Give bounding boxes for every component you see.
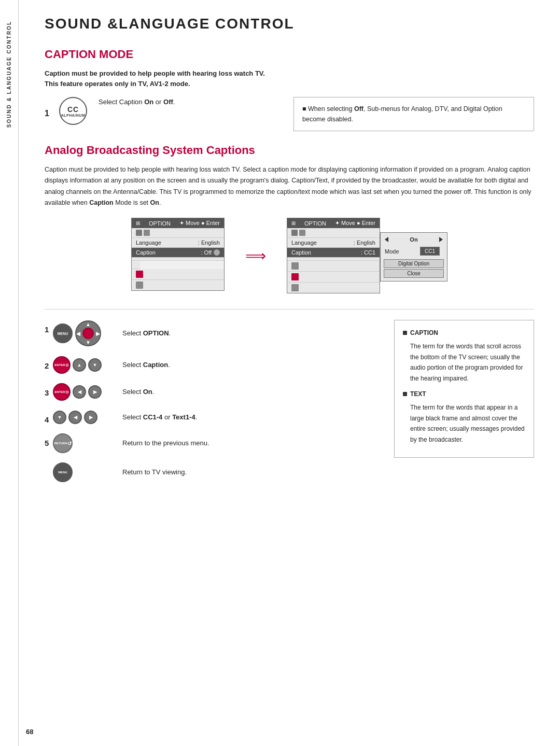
osd-right-box: ⊞ OPTION ✦ Move ● Enter La — [287, 218, 380, 293]
close-btn[interactable]: Close — [384, 269, 444, 278]
osd-left-icon-row2 — [132, 269, 224, 280]
page-title: SOUND &LANGUAGE CONTROL — [45, 16, 534, 32]
step3-btn-pair: ◀ ▶ — [73, 385, 102, 399]
osd-right-header: ⊞ OPTION ✦ Move ● Enter — [287, 218, 380, 228]
osd-left: ⊞ OPTION ✦ Move ● Enter La — [131, 218, 225, 291]
return-button[interactable]: RETURN ↺ — [53, 433, 73, 453]
osd-container: ⊞ OPTION ✦ Move ● Enter La — [45, 218, 534, 293]
step4-icons: ▼ ◀ ▶ — [53, 411, 115, 424]
sidebar: SOUND & LANGUAGE CONTROL — [0, 0, 19, 746]
osd-right-row-icons — [287, 228, 380, 238]
cc-small-label: ALPHA/NUM — [61, 114, 86, 117]
caption-mode-row: 1 CC ALPHA/NUM Select Caption On or Off.… — [45, 97, 534, 131]
section1-title: CAPTION MODE — [45, 48, 534, 61]
osd-left-icon-row1 — [132, 261, 140, 269]
step4-badge: 4 — [45, 415, 53, 424]
osd-right-icon: ⊞ — [291, 220, 296, 226]
osd-right-icon-row1 — [287, 261, 380, 272]
osd-right-title: OPTION — [304, 220, 326, 227]
left-btn3[interactable]: ◀ — [73, 385, 86, 399]
step2-badge: 2 — [45, 361, 53, 370]
dpad-down: ▼ — [86, 340, 91, 345]
down-btn2[interactable]: ▼ — [88, 358, 102, 372]
osd-left-icon: ⊞ — [136, 220, 140, 226]
osd-left-language-row: Language : English — [132, 238, 224, 248]
tri-left-icon — [385, 237, 388, 242]
step3-container: 3 ENTER ⊙ ◀ ▶ Select On. — [45, 383, 379, 401]
osd-right-icon-row3 — [287, 283, 380, 293]
up-btn2[interactable]: ▲ — [73, 358, 86, 372]
right-btn4[interactable]: ▶ — [84, 411, 97, 424]
dpad-up: ▲ — [86, 321, 91, 327]
caption-step-left: 1 CC ALPHA/NUM Select Caption On or Off. — [45, 97, 268, 125]
osd-right-caption-row: Caption : CC1 — [287, 248, 380, 258]
down-btn4[interactable]: ▼ — [53, 411, 66, 424]
menu-button[interactable]: MENU — [53, 323, 73, 343]
osd-left-box: ⊞ OPTION ✦ Move ● Enter La — [131, 218, 225, 291]
step6-text: Return to TV viewing. — [122, 467, 187, 477]
osd-left-row-icons — [132, 228, 224, 238]
osd-left-controls: ✦ Move ● Enter — [179, 220, 220, 227]
notes-col: CAPTION The term for the words that scro… — [379, 320, 534, 458]
osd-left-icon-row3 — [132, 280, 224, 290]
sub-popup-mode-row: Mode CC1 — [381, 244, 447, 258]
step1-container: 1 MENU ▲ ▼ ◀ ▶ Select OPTION. — [45, 320, 379, 347]
step2-btn-pair: ▲ ▼ — [73, 358, 102, 372]
osd-left-caption-row: Caption : Off — [132, 248, 224, 258]
osd-right-controls: ✦ Move ● Enter — [335, 220, 375, 227]
main-content: SOUND &LANGUAGE CONTROL CAPTION MODE Cap… — [19, 0, 560, 512]
enter-button3[interactable]: ENTER ⊙ — [53, 383, 71, 401]
dpad1: ▲ ▼ ◀ ▶ — [75, 320, 102, 347]
step3-icons: ENTER ⊙ ◀ ▶ — [53, 383, 115, 401]
cc-icon: CC ALPHA/NUM — [59, 97, 87, 125]
right-btn3[interactable]: ▶ — [88, 385, 102, 399]
osd-left-spacer1 — [132, 258, 224, 261]
step4-btn-pair: ◀ ▶ — [68, 411, 97, 424]
step5-text: Return to the previous menu. — [122, 438, 209, 448]
bullet-text — [403, 392, 407, 396]
osd-left-header: ⊞ OPTION ✦ Move ● Enter — [132, 218, 224, 228]
section2-title: Analog Broadcasting System Captions — [45, 144, 534, 157]
mode-value-btn[interactable]: CC1 — [420, 247, 440, 256]
steps-and-notes: 1 MENU ▲ ▼ ◀ ▶ Select OPTION. — [45, 320, 534, 491]
step2-text: Select Caption. — [122, 360, 170, 370]
caption-note-title-row: CAPTION — [403, 328, 525, 339]
step2-container: 2 ENTER ⊙ ▲ ▼ Select Caption. — [45, 356, 379, 374]
step4-text: Select CC1-4 or Text1-4. — [122, 412, 197, 423]
step1-num: 1 — [45, 109, 53, 118]
caption-note: CAPTION The term for the words that scro… — [403, 328, 525, 384]
bullet-caption — [403, 331, 407, 335]
step5-container: 5 RETURN ↺ Return to the previous menu. — [45, 433, 379, 453]
step1-badge: 1 — [45, 325, 53, 334]
cc-big-label: CC — [67, 105, 79, 114]
sidebar-label: SOUND & LANGUAGE CONTROL — [6, 21, 12, 128]
menu-button2[interactable]: MENU — [53, 462, 73, 482]
text-note-title-row: TEXT — [403, 389, 525, 400]
dpad-center — [82, 328, 94, 339]
left-btn4[interactable]: ◀ — [68, 411, 82, 424]
step2-icons: ENTER ⊙ ▲ ▼ — [53, 356, 115, 374]
step3-badge: 3 — [45, 388, 53, 397]
step5-icons: RETURN ↺ — [53, 433, 115, 453]
osd-sub-popup: On Mode CC1 Digital Option Close — [380, 232, 447, 281]
note-box: CAPTION The term for the words that scro… — [394, 320, 534, 458]
section-divider — [45, 309, 534, 309]
sub-popup-on-row: On — [381, 235, 447, 244]
page-number: 68 — [26, 728, 33, 736]
step5-badge: 5 — [45, 439, 53, 447]
osd-left-title: OPTION — [149, 220, 171, 227]
caption-info-box: ■ When selecting Off, Sub-menus for Anal… — [293, 97, 534, 131]
move-icon2: ✦ — [335, 220, 340, 226]
intro-text: Caption must be provided to help people … — [45, 68, 534, 89]
caption-note-text: The term for the words that scroll acros… — [410, 341, 525, 384]
osd-right-icon-row2 — [287, 272, 380, 283]
step1-text: Select Caption On or Off. — [99, 97, 175, 107]
text-note-title: TEXT — [410, 389, 426, 399]
enter-button2[interactable]: ENTER ⊙ — [53, 356, 71, 374]
digital-option-btn[interactable]: Digital Option — [384, 259, 444, 268]
step6-icons: MENU — [53, 462, 115, 482]
step6-container: MENU Return to TV viewing. — [45, 462, 379, 482]
caption-note-title: CAPTION — [410, 328, 438, 338]
dpad-right: ▶ — [96, 331, 100, 336]
sub-on-label: On — [388, 236, 439, 243]
